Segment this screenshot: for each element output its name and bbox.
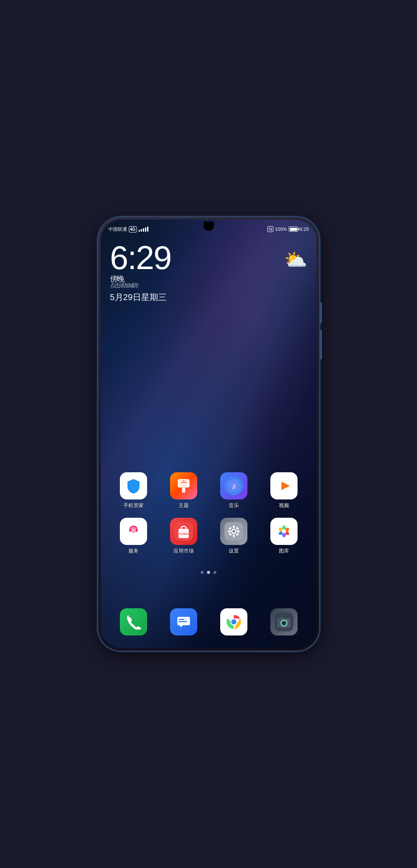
svg-point-46: [283, 622, 285, 624]
app-service[interactable]: 服务: [116, 518, 150, 555]
svg-point-34: [282, 529, 286, 533]
svg-rect-36: [179, 619, 184, 620]
status-right: N 100% 6:29: [267, 226, 309, 232]
svg-point-12: [134, 529, 135, 530]
messages-icon: [170, 608, 197, 635]
service-icon: [120, 518, 147, 545]
svg-rect-1: [182, 488, 185, 493]
svg-rect-20: [233, 534, 235, 537]
app-gallery[interactable]: 图库: [267, 518, 301, 555]
svg-point-18: [233, 530, 235, 533]
gallery-icon: [270, 518, 298, 545]
battery-icon: [289, 227, 298, 232]
camera-icon: [270, 608, 298, 635]
svg-rect-10: [136, 529, 138, 532]
app-row-1: 手机管家 主题: [108, 472, 309, 509]
status-bar: 中国联通 4G N 100% 6:29: [101, 223, 317, 235]
clock-widget[interactable]: 6:29 傍晚 点击添加城市 5月29日星期三: [110, 241, 171, 303]
settings-badge: [244, 518, 247, 521]
app-music[interactable]: ♪ 音乐: [217, 472, 251, 509]
svg-rect-21: [228, 530, 231, 532]
volume-down-button[interactable]: [320, 330, 322, 360]
service-label: 服务: [128, 547, 139, 555]
music-label: 音乐: [229, 502, 239, 509]
weather-widget[interactable]: ⛅: [284, 249, 307, 271]
phone-manager-label: 手机管家: [123, 502, 144, 509]
app-appstore[interactable]: HUAWEI 应用市场: [167, 518, 201, 555]
dock-camera[interactable]: [270, 608, 298, 635]
app-grid: 手机管家 主题: [101, 472, 317, 563]
svg-rect-37: [179, 621, 187, 622]
app-theme[interactable]: 主题: [167, 472, 201, 509]
page-dots: [101, 571, 317, 574]
dot-1[interactable]: [201, 571, 204, 574]
signal-icon: [139, 227, 148, 232]
svg-text:♪: ♪: [232, 481, 236, 491]
phone-manager-icon: [120, 472, 147, 499]
network-badge: 4G: [129, 226, 137, 233]
phone-call-icon: [120, 608, 147, 635]
settings-icon: [220, 518, 247, 545]
dock-chrome[interactable]: [220, 608, 247, 635]
app-settings[interactable]: 设置: [217, 518, 251, 555]
status-left: 中国联通 4G: [108, 226, 148, 233]
phone-body: 中国联通 4G N 100% 6:29: [98, 217, 319, 651]
phone-screen: 中国联通 4G N 100% 6:29: [101, 220, 317, 648]
svg-point-41: [231, 619, 236, 624]
dot-3[interactable]: [213, 571, 216, 574]
music-icon: ♪: [220, 472, 247, 499]
volume-up-button[interactable]: [320, 302, 322, 323]
carrier-text: 中国联通: [108, 226, 127, 233]
dock-phone[interactable]: [120, 608, 147, 635]
video-icon: [270, 472, 298, 499]
video-label: 视频: [279, 502, 289, 509]
svg-text:HUAWEI: HUAWEI: [179, 533, 188, 535]
svg-rect-48: [281, 617, 284, 619]
nfc-icon: N: [267, 226, 273, 232]
dot-2[interactable]: [207, 571, 210, 574]
app-video[interactable]: 视频: [267, 472, 301, 509]
chrome-icon: [220, 608, 247, 635]
app-row-2: 服务 HUAWEI: [108, 518, 309, 555]
dock: [108, 608, 309, 635]
weather-icon: ⛅: [284, 249, 307, 270]
gallery-label: 图库: [279, 547, 289, 555]
settings-label: 设置: [229, 547, 239, 555]
clock-date: 5月29日星期三: [110, 292, 171, 303]
clock-time-display: 6:29 傍晚 点击添加城市: [110, 241, 171, 288]
clock-tap-hint: 点击添加城市: [110, 283, 171, 288]
wallpaper: 中国联通 4G N 100% 6:29: [101, 220, 317, 648]
svg-rect-19: [233, 525, 235, 528]
time-display: 6:29: [300, 227, 309, 232]
appstore-label: 应用市场: [173, 547, 194, 555]
dock-messages[interactable]: [170, 608, 197, 635]
appstore-icon: HUAWEI: [170, 518, 197, 545]
theme-label: 主题: [179, 502, 189, 509]
svg-rect-47: [286, 620, 289, 621]
svg-point-11: [132, 529, 133, 530]
app-phone-manager[interactable]: 手机管家: [116, 472, 150, 509]
battery-fill: [290, 228, 297, 231]
theme-icon: [170, 472, 197, 499]
svg-rect-22: [237, 530, 240, 532]
svg-rect-9: [129, 529, 131, 532]
battery-percent-text: 100%: [275, 227, 287, 232]
